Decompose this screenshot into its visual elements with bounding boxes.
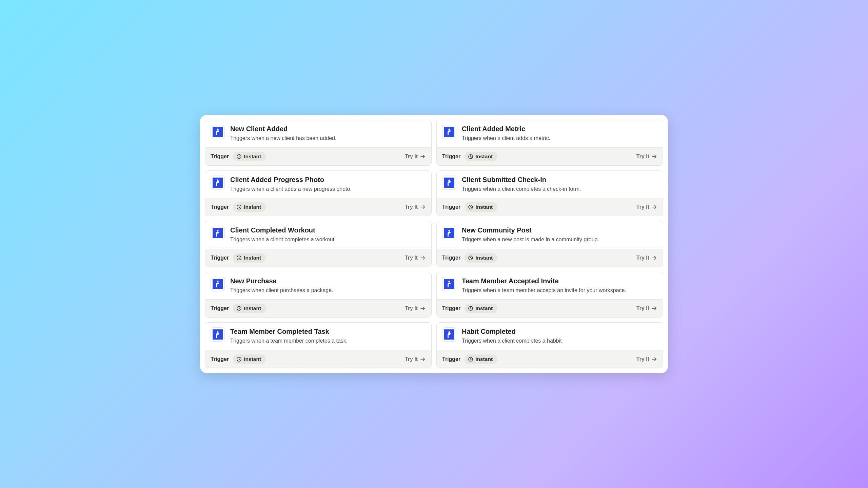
app-glyph-icon xyxy=(444,178,454,188)
trigger-card[interactable]: New Client AddedTriggers when a new clie… xyxy=(205,120,432,166)
svg-point-14 xyxy=(448,281,450,282)
trigger-description: Triggers when a new post is made in a co… xyxy=(462,236,657,243)
app-glyph-icon xyxy=(444,228,454,238)
trigger-title: New Community Post xyxy=(462,226,657,235)
trigger-text: Client Added MetricTriggers when a clien… xyxy=(462,125,657,142)
trigger-title: New Purchase xyxy=(230,277,426,285)
try-it-label: Try It xyxy=(405,356,418,362)
trigger-description: Triggers when a new client has been adde… xyxy=(230,135,426,142)
try-it-label: Try It xyxy=(405,154,418,160)
arrow-right-icon xyxy=(420,305,426,311)
trigger-card-footer: Trigger InstantTry It xyxy=(437,198,663,216)
app-glyph-icon xyxy=(444,329,454,340)
clock-icon xyxy=(236,357,242,362)
trigger-card-footer: Trigger InstantTry It xyxy=(205,147,431,165)
app-icon xyxy=(211,226,225,240)
trigger-card-footer: Trigger InstantTry It xyxy=(205,249,431,267)
svg-point-4 xyxy=(217,179,218,181)
svg-point-6 xyxy=(448,179,450,181)
trigger-type-label: Trigger xyxy=(211,204,229,210)
trigger-text: New PurchaseTriggers when client purchas… xyxy=(230,277,426,294)
trigger-text: Team Member Completed TaskTriggers when … xyxy=(230,327,426,345)
try-it-label: Try It xyxy=(636,305,649,311)
clock-icon xyxy=(468,306,473,311)
app-icon xyxy=(211,176,225,190)
triggers-panel: New Client AddedTriggers when a new clie… xyxy=(200,115,668,373)
trigger-card[interactable]: Team Member Accepted InviteTriggers when… xyxy=(436,272,663,318)
instant-label: Instant xyxy=(244,204,261,210)
trigger-card[interactable]: New Community PostTriggers when a new po… xyxy=(436,221,663,267)
trigger-card[interactable]: Client Submitted Check-InTriggers when a… xyxy=(436,170,663,217)
trigger-meta: Trigger Instant xyxy=(211,253,266,263)
trigger-text: Team Member Accepted InviteTriggers when… xyxy=(462,277,657,294)
trigger-description: Triggers when a client adds a new progre… xyxy=(230,185,426,193)
try-it-label: Try It xyxy=(405,204,418,210)
clock-icon xyxy=(468,204,473,210)
instant-badge: Instant xyxy=(465,304,497,313)
trigger-card[interactable]: Team Member Completed TaskTriggers when … xyxy=(205,322,432,368)
trigger-description: Triggers when a client completes a habbi… xyxy=(462,337,657,345)
svg-point-8 xyxy=(217,230,218,232)
app-icon xyxy=(442,125,456,139)
trigger-card[interactable]: Client Added Progress PhotoTriggers when… xyxy=(205,170,432,217)
app-icon xyxy=(442,277,456,291)
trigger-meta: Trigger Instant xyxy=(442,253,497,263)
arrow-right-icon xyxy=(651,255,657,261)
app-glyph-icon xyxy=(213,127,223,137)
try-it-button[interactable]: Try It xyxy=(405,356,426,362)
trigger-description: Triggers when a client adds a metric. xyxy=(462,135,657,142)
instant-label: Instant xyxy=(475,154,493,160)
trigger-card[interactable]: New PurchaseTriggers when client purchas… xyxy=(205,272,432,318)
trigger-meta: Trigger Instant xyxy=(211,354,266,364)
trigger-title: Client Completed Workout xyxy=(230,226,426,235)
instant-label: Instant xyxy=(244,356,261,362)
app-glyph-icon xyxy=(213,279,223,289)
app-icon xyxy=(442,327,456,342)
svg-point-0 xyxy=(217,128,218,130)
trigger-card[interactable]: Client Completed WorkoutTriggers when a … xyxy=(205,221,432,267)
trigger-meta: Trigger Instant xyxy=(211,304,266,313)
trigger-type-label: Trigger xyxy=(211,356,229,362)
app-icon xyxy=(211,327,225,342)
app-glyph-icon xyxy=(444,127,454,137)
trigger-card[interactable]: Habit CompletedTriggers when a client co… xyxy=(436,322,663,368)
try-it-button[interactable]: Try It xyxy=(636,154,657,160)
try-it-button[interactable]: Try It xyxy=(636,255,657,261)
instant-badge: Instant xyxy=(233,253,266,263)
try-it-label: Try It xyxy=(405,305,418,311)
trigger-card-header: Team Member Completed TaskTriggers when … xyxy=(205,323,431,350)
clock-icon xyxy=(468,255,473,261)
instant-badge: Instant xyxy=(465,253,497,263)
trigger-card-header: New Community PostTriggers when a new po… xyxy=(437,221,663,249)
instant-label: Instant xyxy=(244,305,261,311)
arrow-right-icon xyxy=(651,305,657,311)
try-it-label: Try It xyxy=(405,255,418,261)
trigger-type-label: Trigger xyxy=(442,356,460,362)
trigger-title: Habit Completed xyxy=(462,327,657,336)
trigger-description: Triggers when a client completes a check… xyxy=(462,185,657,193)
trigger-type-label: Trigger xyxy=(211,255,229,261)
try-it-button[interactable]: Try It xyxy=(405,204,426,210)
trigger-card-footer: Trigger InstantTry It xyxy=(437,350,663,368)
app-icon xyxy=(211,125,225,139)
try-it-button[interactable]: Try It xyxy=(636,305,657,311)
instant-label: Instant xyxy=(475,305,493,311)
trigger-description: Triggers when a team member completes a … xyxy=(230,337,426,345)
trigger-card[interactable]: Client Added MetricTriggers when a clien… xyxy=(436,120,663,166)
try-it-button[interactable]: Try It xyxy=(636,356,657,362)
try-it-button[interactable]: Try It xyxy=(405,154,426,160)
trigger-card-header: Client Added MetricTriggers when a clien… xyxy=(437,120,663,147)
trigger-card-footer: Trigger InstantTry It xyxy=(205,198,431,216)
try-it-label: Try It xyxy=(636,255,649,261)
app-glyph-icon xyxy=(444,279,454,289)
trigger-title: Client Added Progress Photo xyxy=(230,176,426,184)
instant-badge: Instant xyxy=(465,354,497,364)
app-glyph-icon xyxy=(213,329,223,340)
trigger-type-label: Trigger xyxy=(211,154,229,160)
trigger-card-footer: Trigger InstantTry It xyxy=(437,299,663,317)
app-glyph-icon xyxy=(213,228,223,238)
try-it-button[interactable]: Try It xyxy=(405,305,426,311)
arrow-right-icon xyxy=(651,154,657,160)
try-it-button[interactable]: Try It xyxy=(405,255,426,261)
try-it-button[interactable]: Try It xyxy=(636,204,657,210)
